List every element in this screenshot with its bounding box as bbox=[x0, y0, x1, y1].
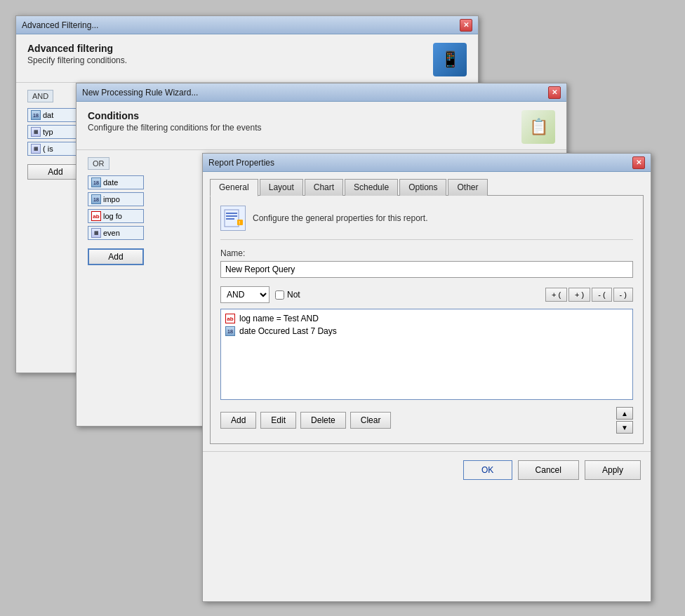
adv-filter-and-col: AND 18 dat ▦ typ ▦ ( is Add bbox=[27, 90, 84, 314]
tab-content-general: ! Configure the general properties for t… bbox=[210, 195, 644, 444]
adv-filter-title: Advanced Filtering... bbox=[22, 20, 98, 30]
wizard-or-label: OR bbox=[88, 157, 109, 170]
name-label: Name: bbox=[220, 248, 633, 258]
tab-options[interactable]: Options bbox=[399, 179, 446, 196]
grid-icon: ▦ bbox=[91, 228, 101, 238]
filter-operator-select[interactable]: AND OR bbox=[220, 286, 270, 303]
document-icon: ! bbox=[223, 208, 243, 228]
svg-rect-1 bbox=[226, 213, 237, 214]
filter-row: AND OR Not + ( + ) - ( - ) bbox=[220, 286, 633, 303]
grid-icon: ▦ bbox=[31, 144, 41, 154]
adv-filter-add-button[interactable]: Add bbox=[27, 164, 84, 180]
not-checkbox-group: Not bbox=[275, 290, 300, 300]
num-icon: 18 bbox=[91, 194, 101, 204]
adv-filter-header: Advanced filtering Specify filtering con… bbox=[16, 34, 478, 83]
report-content: General Layout Chart Schedule Options Ot… bbox=[203, 172, 651, 451]
svg-rect-2 bbox=[226, 215, 237, 217]
filter-item-text: log name = Test AND bbox=[239, 314, 319, 323]
ab-icon: ab bbox=[91, 211, 101, 221]
report-dialog-footer: OK Cancel Apply bbox=[203, 451, 651, 488]
not-checkbox[interactable] bbox=[275, 290, 284, 300]
not-label: Not bbox=[287, 290, 300, 300]
adv-filter-and-label: AND bbox=[27, 90, 53, 102]
tab-other[interactable]: Other bbox=[448, 179, 487, 196]
remove-open-paren-button[interactable]: - ( bbox=[592, 288, 611, 302]
filter-item-text: date Occured Last 7 Days bbox=[239, 326, 337, 336]
adv-filter-subtext: Specify filtering conditions. bbox=[27, 55, 127, 65]
clear-conditions-button[interactable]: Clear bbox=[350, 412, 392, 429]
info-icon: ! bbox=[220, 206, 246, 231]
item-text: log fo bbox=[103, 212, 122, 220]
move-up-button[interactable]: ▲ bbox=[616, 407, 633, 420]
wizard-icon: 📋 bbox=[521, 110, 555, 144]
adv-filter-heading: Advanced filtering bbox=[27, 43, 127, 54]
report-tabs: General Layout Chart Schedule Options Ot… bbox=[210, 179, 644, 196]
adv-filter-titlebar: Advanced Filtering... ✕ bbox=[16, 16, 478, 34]
svg-rect-3 bbox=[226, 218, 234, 220]
list-item[interactable]: ▦ even bbox=[88, 226, 144, 240]
wizard-titlebar: New Processing Rule Wizard... ✕ bbox=[77, 83, 566, 102]
grid-icon: ▦ bbox=[31, 127, 41, 137]
adv-filter-icon: 📱 bbox=[433, 43, 467, 76]
tab-schedule[interactable]: Schedule bbox=[345, 179, 398, 196]
tab-layout[interactable]: Layout bbox=[260, 179, 303, 196]
item-text: typ bbox=[43, 128, 53, 136]
delete-condition-button[interactable]: Delete bbox=[300, 412, 346, 429]
add-condition-button[interactable]: Add bbox=[220, 412, 256, 429]
tab-chart[interactable]: Chart bbox=[305, 179, 343, 196]
list-item[interactable]: ▦ ( is bbox=[27, 142, 84, 156]
wizard-title: New Processing Rule Wizard... bbox=[82, 88, 198, 98]
adv-filter-close-button[interactable]: ✕ bbox=[460, 19, 472, 32]
info-section: ! Configure the general properties for t… bbox=[220, 206, 633, 240]
item-text: date bbox=[103, 178, 118, 187]
report-title: Report Properties bbox=[208, 158, 274, 168]
report-close-button[interactable]: ✕ bbox=[632, 156, 645, 169]
wizard-close-button[interactable]: ✕ bbox=[548, 86, 561, 99]
filter-list-item[interactable]: 18 date Occured Last 7 Days bbox=[224, 325, 630, 337]
filter-list[interactable]: ab log name = Test AND 18 date Occured L… bbox=[220, 309, 633, 400]
ok-button[interactable]: OK bbox=[463, 460, 512, 480]
name-input[interactable] bbox=[220, 261, 633, 278]
cancel-button[interactable]: Cancel bbox=[518, 460, 579, 480]
item-text: ( is bbox=[43, 145, 53, 153]
list-item[interactable]: ab log fo bbox=[88, 209, 144, 223]
list-item[interactable]: 18 date bbox=[88, 175, 144, 189]
info-text: Configure the general properties for thi… bbox=[253, 213, 427, 223]
tab-general[interactable]: General bbox=[210, 179, 258, 196]
add-open-paren-button[interactable]: + ( bbox=[545, 288, 567, 302]
list-item[interactable]: 18 dat bbox=[27, 108, 84, 122]
num-icon: 18 bbox=[31, 110, 41, 120]
num-icon: 18 bbox=[91, 178, 101, 187]
item-text: dat bbox=[43, 111, 53, 119]
wizard-add-button[interactable]: Add bbox=[88, 248, 144, 265]
move-down-button[interactable]: ▼ bbox=[616, 421, 633, 434]
report-properties-window: Report Properties ✕ General Layout Chart… bbox=[202, 153, 651, 602]
ab-icon: ab bbox=[225, 314, 235, 323]
add-close-paren-button[interactable]: + ) bbox=[568, 288, 590, 302]
move-buttons: ▲ ▼ bbox=[616, 407, 633, 434]
apply-button[interactable]: Apply bbox=[585, 460, 641, 480]
item-text: impo bbox=[103, 195, 120, 203]
wizard-header: Conditions Configure the filtering condi… bbox=[77, 102, 566, 150]
filter-op-buttons: + ( + ) - ( - ) bbox=[545, 288, 633, 302]
wizard-heading: Conditions bbox=[88, 110, 261, 121]
filter-list-item[interactable]: ab log name = Test AND bbox=[224, 312, 630, 325]
wizard-subtext: Configure the filtering conditions for t… bbox=[88, 123, 261, 133]
item-text: even bbox=[103, 229, 120, 237]
svg-text:!: ! bbox=[239, 220, 240, 226]
action-row: Add Edit Delete Clear ▲ ▼ bbox=[220, 407, 633, 434]
edit-condition-button[interactable]: Edit bbox=[260, 412, 296, 429]
list-item[interactable]: ▦ typ bbox=[27, 125, 84, 139]
wizard-or-col: OR 18 date 18 impo ab log fo ▦ even Add bbox=[88, 157, 144, 382]
report-titlebar: Report Properties ✕ bbox=[203, 154, 651, 172]
list-item[interactable]: 18 impo bbox=[88, 192, 144, 206]
remove-close-paren-button[interactable]: - ) bbox=[613, 288, 633, 302]
num-icon: 18 bbox=[225, 326, 235, 336]
